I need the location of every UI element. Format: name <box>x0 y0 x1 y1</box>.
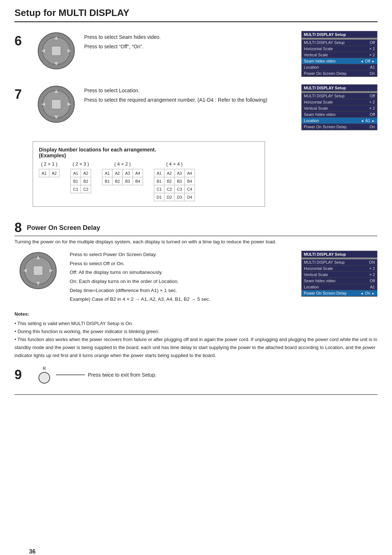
grid-cell: C2 <box>164 185 175 193</box>
step8-dial <box>15 251 62 291</box>
menu-row: Seam hides videoOff <box>302 58 377 64</box>
step7-dial <box>33 84 80 124</box>
step6-menu: MULTI DISPLAY Setup MULTI DISPLAY SetupO… <box>301 31 377 77</box>
grid-cell: A2 <box>164 169 175 177</box>
step7-row: 7 Press to select Location. Press to sel… <box>15 84 377 130</box>
step7-inst-2: Press to select the required arrangement… <box>84 96 294 104</box>
grid-row: A1A2A3A4 <box>102 169 143 177</box>
grid-cell: A2 <box>49 169 60 177</box>
arrangement-grid: A1A2B1B2C1C2 <box>70 169 91 193</box>
menu-row: Seam hides videoOff <box>302 112 377 118</box>
step8-menu-rows: MULTI DISPLAY SetupONHorizontal Scale× 2… <box>302 259 377 296</box>
grid-cell: D2 <box>164 193 175 201</box>
examples-box: Display Number locations for each arrang… <box>33 141 265 207</box>
grid-cell: A3 <box>175 169 185 177</box>
step8-instruction-item: Delay time=Location (difference from A1)… <box>70 287 290 295</box>
arrow-left-icon <box>360 59 364 63</box>
grid-cell: A1 <box>71 169 81 177</box>
arrangement-grid: A1A2A3A4B1B2B3B4C1C2C3C4D1D2D3D4 <box>154 169 195 201</box>
step8-title: Power On Screen Delay <box>27 224 100 232</box>
grid-cell: D3 <box>175 193 185 201</box>
menu-row: LocationA1 <box>302 284 377 290</box>
step6-row: 6 Press to select Seam <box>15 31 377 77</box>
step9-row: 9 R Press twice to exit from Setup. <box>15 366 377 384</box>
step6-number: 6 <box>15 35 33 48</box>
step7-instructions: Press to select Location. Press to selec… <box>84 84 294 106</box>
grid-cell: D1 <box>154 193 164 201</box>
svg-rect-2 <box>52 46 61 56</box>
grid-cell: B1 <box>71 177 81 185</box>
menu-row: Horizontal Scale× 2 <box>302 99 377 105</box>
step8-instruction-item: Example) Case of B2 in 4 × 2 → A1, A2, A… <box>70 295 290 303</box>
grid-cell: B1 <box>102 177 113 185</box>
menu-row: Horizontal Scale× 2 <box>302 266 377 272</box>
step6-menu-title: MULTI DISPLAY Setup <box>302 31 377 38</box>
step8-instruction-item: Off: All the display turns on simultaneo… <box>70 268 290 276</box>
grid-cell: B3 <box>123 177 133 185</box>
grid-cell: A2 <box>113 169 123 177</box>
menu-row: LocationA1 <box>302 64 377 70</box>
arrangement-grid: A1A2A3A4B1B2B3B4 <box>102 169 143 185</box>
grid-cell: B2 <box>164 177 175 185</box>
step8-menu-title: MULTI DISPLAY Setup <box>302 251 377 258</box>
arrangement: ( 2 × 1 )A1A2 <box>39 161 60 177</box>
step6-dial <box>33 31 80 71</box>
note-item: This setting is valid when MULTI DISPLAY… <box>15 320 377 328</box>
step6-inst-2: Press to select “Off”, “On”. <box>84 42 294 50</box>
grid-cell: A3 <box>123 169 133 177</box>
grid-row: A1A2 <box>71 169 91 177</box>
notes-section: Notes: This setting is valid when MULTI … <box>15 310 377 360</box>
grid-cell: B2 <box>113 177 123 185</box>
step7-number: 7 <box>15 88 33 101</box>
svg-rect-16 <box>33 266 43 275</box>
step8-body: Turning the power on for the multiple di… <box>15 238 377 246</box>
menu-row: Seam hides videoOff <box>302 278 377 284</box>
grid-cell: C1 <box>71 185 81 193</box>
grid-row: A1A2A3A4 <box>154 169 195 177</box>
arrangement: ( 4 × 4 )A1A2A3A4B1B2B3B4C1C2C3C4D1D2D3D… <box>154 161 195 201</box>
grid-cell: A4 <box>185 169 195 177</box>
grid-cell: B4 <box>185 177 195 185</box>
grid-cell: B2 <box>81 177 91 185</box>
step8-menu: MULTI DISPLAY Setup MULTI DISPLAY SetupO… <box>301 251 377 297</box>
arrow-left-icon <box>361 118 364 123</box>
arrangement: ( 4 × 2 )A1A2A3A4B1B2B3B4 <box>102 161 143 185</box>
grid-cell: D4 <box>185 193 195 201</box>
notes-list: This setting is valid when MULTI DISPLAY… <box>15 320 377 360</box>
arrangements: ( 2 × 1 )A1A2( 2 × 3 )A1A2B1B2C1C2( 4 × … <box>39 161 259 201</box>
grid-row: A1A2 <box>39 169 60 177</box>
arrangement-label: ( 2 × 1 ) <box>41 161 57 167</box>
examples-title: Display Number locations for each arrang… <box>39 147 259 158</box>
arrangement: ( 2 × 3 )A1A2B1B2C1C2 <box>70 161 91 193</box>
grid-cell: C4 <box>185 185 195 193</box>
grid-row: B1B2B3B4 <box>102 177 143 185</box>
step9-instruction: Press twice to exit from Setup. <box>88 372 156 378</box>
menu-row: MULTI DISPLAY SetupOff <box>302 40 377 46</box>
menu-row: Power On Screen DelayOn <box>302 70 377 77</box>
grid-row: C1C2 <box>71 185 91 193</box>
step8-instruction-item: On: Each display turns on in the order o… <box>70 278 290 285</box>
step8-number: 8 <box>15 221 22 234</box>
grid-row: C1C2C3C4 <box>154 185 195 193</box>
grid-row: D1D2D3D4 <box>154 193 195 201</box>
arrow-right-icon <box>372 291 375 295</box>
note-item: This function also works when the power … <box>15 336 377 360</box>
menu-row: Vertical Scale× 2 <box>302 52 377 58</box>
grid-row: B1B2B3B4 <box>154 177 195 185</box>
note-item: During this function is working, the pow… <box>15 328 377 336</box>
bottom-line <box>15 394 377 395</box>
step8-instruction-item: Press to select Power On Screen Delay. <box>70 251 290 259</box>
grid-cell: A1 <box>102 169 113 177</box>
grid-cell: A1 <box>154 169 164 177</box>
grid-cell: C3 <box>175 185 185 193</box>
arrangement-label: ( 2 × 3 ) <box>73 161 89 167</box>
step7-menu-title: MULTI DISPLAY Setup <box>302 85 377 92</box>
step6-inst-1: Press to select Seam hides video. <box>84 33 294 41</box>
menu-row: Vertical Scale× 2 <box>302 105 377 112</box>
menu-row: Horizontal Scale× 2 <box>302 46 377 52</box>
grid-cell: B3 <box>175 177 185 185</box>
arrangement-label: ( 4 × 4 ) <box>166 161 183 167</box>
svg-rect-9 <box>52 100 61 109</box>
menu-row: MULTI DISPLAY SetupOff <box>302 93 377 99</box>
grid-cell: C1 <box>154 185 164 193</box>
